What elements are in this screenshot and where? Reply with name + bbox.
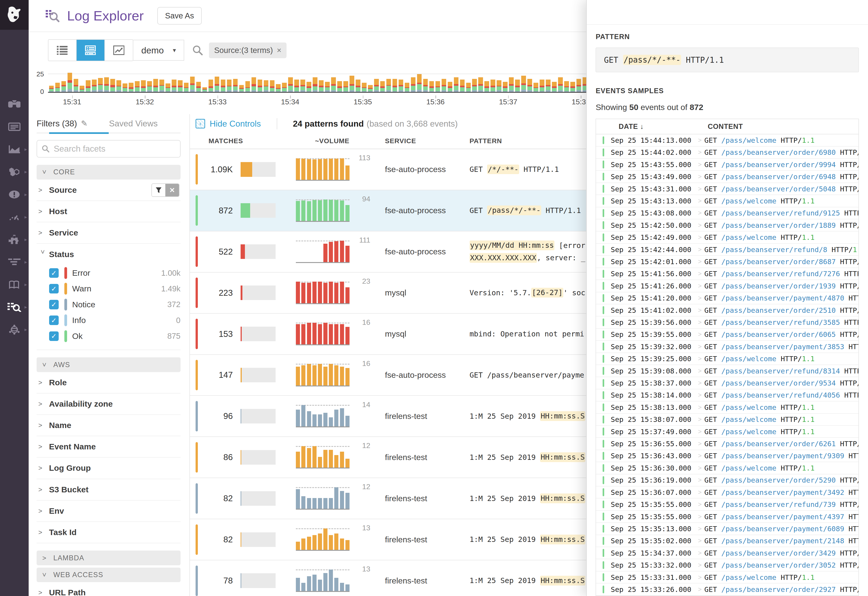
timeline-bar[interactable] [80, 86, 84, 92]
column-date[interactable]: DATE ↓ [611, 122, 695, 131]
timeline-bar[interactable] [239, 85, 244, 92]
timeline-bar[interactable] [196, 82, 201, 92]
hide-controls-button[interactable]: ‹ Hide Controls [196, 119, 261, 129]
log-volume-timeline[interactable]: 25 0 15:3115:3215:3315:3415:3515:3615:37… [48, 69, 586, 109]
nav-logs-icon[interactable]: ▸ [0, 296, 29, 318]
nav-apm-icon[interactable]: ▸ [0, 251, 29, 273]
timeline-bar[interactable] [515, 80, 520, 92]
facet-status[interactable]: > Status [37, 244, 180, 265]
facet-log-group[interactable]: >Log Group [37, 457, 180, 479]
search-bar[interactable]: Source:(3 terms) × [192, 43, 586, 58]
timeline-bar[interactable] [49, 86, 54, 92]
timeline-bar[interactable] [215, 77, 220, 92]
timeline-bar[interactable] [270, 80, 275, 92]
timeline-bar[interactable] [264, 80, 269, 92]
facet-search[interactable] [37, 140, 180, 158]
timeline-bar[interactable] [68, 73, 72, 92]
pattern-row[interactable]: 9614firelens-test1:M 25 Sep 2019 HH:mm:s… [190, 396, 586, 437]
sample-log-row[interactable]: Sep 25 15:33:32.000>GET /pass/beanserver… [596, 559, 858, 571]
timeline-bar[interactable] [282, 83, 287, 92]
save-as-button[interactable]: Save As [157, 7, 202, 25]
timeline-bar[interactable] [319, 80, 323, 92]
timeline-bar[interactable] [497, 80, 502, 92]
facet-status-value-error[interactable]: ✓Error1.00k [37, 265, 180, 281]
nav-integrations-icon[interactable]: ▸ [0, 228, 29, 251]
sample-log-row[interactable]: Sep 25 15:36:07.000>GET /pass/beanserver… [596, 487, 858, 499]
timeline-bar[interactable] [399, 80, 403, 92]
nav-notebooks-icon[interactable]: ▸ [0, 273, 29, 296]
timeline-bar[interactable] [208, 80, 213, 92]
timeline-bar[interactable] [527, 79, 532, 92]
timeline-bar[interactable] [411, 77, 416, 92]
pattern-row[interactable]: 87294fse-auto-processGET /pass/*/-**- HT… [190, 190, 586, 232]
sample-log-row[interactable]: Sep 25 15:38:37.000>GET /pass/beanserver… [596, 377, 858, 389]
timeline-bar[interactable] [258, 80, 263, 92]
timeline-bar[interactable] [245, 81, 250, 92]
facet-section-lambda[interactable]: > LAMBDA [37, 550, 180, 565]
timeline-bar[interactable] [331, 77, 336, 92]
facet-role[interactable]: >Role [37, 372, 180, 394]
sample-log-row[interactable]: Sep 25 15:39:25.000>GET /pass/welcome HT… [596, 353, 858, 365]
sample-log-row[interactable]: Sep 25 15:42:50.000>GET /pass/beanserver… [596, 219, 858, 232]
timeline-bar[interactable] [570, 82, 575, 92]
timeline-bar[interactable] [368, 85, 373, 92]
facet-section-aws[interactable]: > AWS [37, 357, 180, 372]
checkbox-checked-icon[interactable]: ✓ [49, 268, 59, 278]
checkbox-checked-icon[interactable]: ✓ [49, 331, 59, 341]
pattern-row[interactable]: 7813firelens-test1:M 25 Sep 2019 HH:mm:s… [190, 560, 586, 596]
timeline-bar[interactable] [540, 80, 545, 92]
nav-network-icon[interactable]: ▸ [0, 318, 29, 341]
sample-log-row[interactable]: Sep 25 15:33:26.000>GET /pass/beanserver… [596, 584, 858, 596]
sample-log-row[interactable]: Sep 25 15:33:31.000>GET /pass/welcome HT… [596, 571, 858, 584]
sample-log-row[interactable]: Sep 25 15:38:13.000>GET /pass/welcome HT… [596, 401, 858, 413]
timeline-bar[interactable] [466, 83, 471, 92]
sample-log-row[interactable]: Sep 25 15:43:08.000>GET /pass/beanserver… [596, 207, 858, 219]
sample-log-row[interactable]: Sep 25 15:41:20.000>GET /pass/beanserver… [596, 292, 858, 304]
column-volume[interactable]: ~VOLUME [276, 137, 369, 145]
timeline-bar[interactable] [98, 78, 103, 92]
sample-log-row[interactable]: Sep 25 15:42:49.000>GET /pass/welcome HT… [596, 232, 858, 243]
facet-url-path[interactable]: >URL Path [37, 582, 180, 596]
timeline-bar[interactable] [178, 80, 183, 92]
timeline-bar[interactable] [576, 79, 581, 92]
timeline-bar[interactable] [300, 80, 305, 92]
timeline-bar[interactable] [141, 80, 146, 92]
timeline-bar[interactable] [393, 79, 397, 92]
timeline-bar[interactable] [478, 77, 483, 92]
sample-log-row[interactable]: Sep 25 15:44:02.000>GET /pass/beanserver… [596, 147, 858, 159]
facet-status-value-warn[interactable]: ✓Warn1.49k [37, 281, 180, 297]
timeline-bar[interactable] [276, 84, 280, 92]
sample-log-row[interactable]: Sep 25 15:43:55.000>GET /pass/beanserver… [596, 159, 858, 171]
timeline-bar[interactable] [61, 81, 66, 92]
saved-view-dropdown[interactable]: demo ▾ [133, 40, 184, 61]
timeline-bar[interactable] [484, 81, 489, 92]
timeline-bar[interactable] [294, 80, 299, 92]
timeline-bar[interactable] [374, 79, 379, 92]
timeline-bar[interactable] [251, 77, 256, 92]
timeline-bar[interactable] [92, 80, 97, 92]
nav-dashboards-icon[interactable]: ▸ [0, 206, 29, 228]
facet-env[interactable]: >Env [37, 500, 180, 522]
edit-filters-icon[interactable]: ✎ [81, 119, 87, 128]
facet-search-input[interactable] [54, 144, 175, 153]
timeline-bar[interactable] [74, 79, 78, 92]
pattern-row[interactable]: 15316mysqlmbind: Operation not permi [190, 314, 586, 355]
sample-log-row[interactable]: Sep 25 15:39:08.000>GET /pass/beanserver… [596, 365, 858, 377]
sample-log-row[interactable]: Sep 25 15:38:14.000>GET /pass/beanserver… [596, 389, 858, 401]
facet-host[interactable]: > Host [37, 201, 180, 222]
timeline-bar[interactable] [558, 77, 563, 92]
nav-infrastructure-icon[interactable]: ▸ [0, 161, 29, 183]
nav-metrics-icon[interactable]: ▸ [0, 138, 29, 161]
sample-log-row[interactable]: Sep 25 15:44:13.000>GET /pass/welcome HT… [596, 134, 858, 146]
timeline-bar[interactable] [460, 80, 465, 92]
nav-events-icon[interactable] [0, 115, 29, 138]
timeline-bar[interactable] [135, 81, 140, 92]
facet-status-value-ok[interactable]: ✓Ok875 [37, 328, 180, 344]
timeline-bar[interactable] [190, 77, 195, 92]
timeline-bar[interactable] [117, 80, 121, 92]
pattern-row[interactable]: 14716fse-auto-processGET /pass/beanserve… [190, 355, 586, 396]
query-filter-chip[interactable]: Source:(3 terms) × [209, 43, 286, 58]
sample-log-row[interactable]: Sep 25 15:35:13.000>GET /pass/beanserver… [596, 523, 858, 535]
timeline-bar[interactable] [221, 80, 226, 92]
list-view-button[interactable] [49, 40, 77, 61]
